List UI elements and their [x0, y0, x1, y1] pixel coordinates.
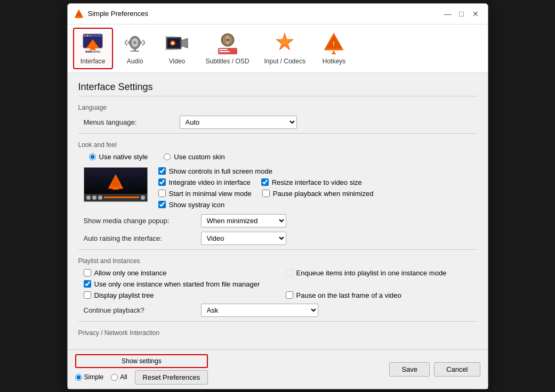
pause-last-frame-checkbox[interactable]: Pause on the last frame of a video: [286, 291, 477, 299]
video-icon: [165, 32, 189, 55]
enqueue-playlist-label: Enqueue items into playlist in one insta…: [296, 269, 447, 277]
vlc-icon: [74, 9, 84, 19]
language-section-content: Menus language: Auto English French Germ…: [78, 116, 477, 129]
svg-rect-27: [165, 49, 167, 50]
input-icon: [273, 32, 296, 55]
continue-playback-select[interactable]: Ask Always Never: [201, 304, 318, 317]
svg-rect-2: [77, 16, 81, 17]
systray-label: Show systray icon: [169, 201, 225, 209]
all-mode-radio[interactable]: All: [111, 373, 127, 381]
svg-rect-38: [219, 49, 228, 50]
menus-language-label: Menus language:: [84, 118, 180, 126]
continue-playback-label: Continue playback?: [84, 306, 196, 314]
svg-rect-26: [165, 36, 167, 37]
menus-language-select[interactable]: Auto English French German Spanish: [180, 116, 297, 129]
save-button[interactable]: Save: [389, 362, 430, 377]
simple-mode-radio[interactable]: Simple: [75, 373, 104, 381]
maximize-button[interactable]: □: [456, 8, 468, 20]
cat-video[interactable]: Video: [157, 28, 197, 69]
style-radio-row: Use native style Use custom skin: [84, 153, 477, 161]
systray-checkbox[interactable]: Show systray icon: [158, 201, 477, 209]
cat-hotkeys[interactable]: ! Hotkeys: [314, 28, 354, 69]
auto-raising-select[interactable]: Video Always Never: [201, 232, 286, 245]
cat-audio[interactable]: Audio: [115, 28, 155, 69]
preview-bar: [84, 194, 147, 201]
language-section: Language Menus language: Auto English Fr…: [78, 104, 477, 129]
settings-mode-radios: Simple All Reset Preferences: [75, 370, 208, 385]
integrate-video-label: Integrate video in interface: [169, 178, 251, 186]
resize-interface-label: Resize interface to video size: [272, 178, 362, 186]
svg-rect-39: [219, 51, 230, 52]
svg-rect-11: [90, 49, 96, 50]
dialog-title: Simple Preferences: [88, 10, 148, 18]
cat-interface-label: Interface: [81, 58, 106, 65]
file-manager-instance-checkbox[interactable]: Use only one instance when started from …: [84, 280, 477, 288]
svg-point-18: [133, 41, 136, 44]
minimize-button[interactable]: —: [442, 8, 454, 20]
resize-interface-checkbox[interactable]: Resize interface to video size: [261, 178, 362, 186]
page-title: Interface Settings: [78, 81, 477, 96]
simple-mode-label: Simple: [84, 373, 104, 381]
cat-input[interactable]: Input / Codecs: [258, 28, 312, 69]
svg-point-15: [90, 51, 92, 52]
playlist-section-content: Allow only one instance Enqueue items in…: [78, 269, 477, 317]
continue-playback-row: Continue playback? Ask Always Never: [84, 304, 477, 317]
minimal-view-checkbox[interactable]: Start in minimal view mode: [158, 190, 252, 198]
cat-input-label: Input / Codecs: [264, 58, 305, 65]
bottom-right: Save Cancel: [389, 362, 480, 377]
interface-preview: [84, 167, 148, 202]
cat-video-label: Video: [169, 58, 185, 65]
enqueue-playlist-checkbox[interactable]: Enqueue items into playlist in one insta…: [286, 269, 477, 277]
custom-skin-label: Use custom skin: [174, 153, 224, 161]
cat-subtitles-label: Subtitles / OSD: [206, 58, 250, 65]
audio-icon: [123, 32, 147, 55]
show-settings-button[interactable]: Show settings: [75, 354, 208, 368]
cancel-button[interactable]: Cancel: [434, 362, 480, 377]
media-change-row: Show media change popup: When minimized …: [84, 214, 477, 227]
native-style-radio[interactable]: Use native style: [89, 153, 148, 161]
svg-rect-10: [91, 48, 95, 49]
svg-rect-28: [168, 36, 171, 37]
look-feel-label: Look and feel: [78, 141, 477, 149]
look-feel-content: Use native style Use custom skin: [78, 153, 477, 245]
display-playlist-checkbox[interactable]: Display playlist tree: [84, 291, 275, 299]
content-area: Interface Settings Language Menus langua…: [68, 73, 488, 349]
svg-rect-50: [112, 189, 119, 190]
one-instance-label: Allow only one instance: [94, 269, 167, 277]
interface-icon: [81, 32, 104, 55]
integrate-video-checkbox[interactable]: Integrate video in interface: [158, 178, 251, 186]
fullscreen-controls-checkbox[interactable]: Show controls in full screen mode: [158, 167, 477, 175]
privacy-section-label: Privacy / Network Interaction: [78, 329, 477, 337]
one-instance-checkbox[interactable]: Allow only one instance: [84, 269, 275, 277]
fullscreen-controls-label: Show controls in full screen mode: [169, 167, 272, 175]
bottom-left: Show settings Simple All Reset Preferenc…: [75, 354, 208, 385]
auto-raising-row: Auto raising the interface: Video Always…: [84, 232, 477, 245]
look-and-feel-section: Look and feel Use native style Use custo…: [78, 141, 477, 245]
file-manager-instance-label: Use only one instance when started from …: [94, 280, 260, 288]
title-buttons: — □ ✕: [442, 8, 481, 20]
reset-preferences-button[interactable]: Reset Preferences: [135, 370, 208, 385]
close-button[interactable]: ✕: [470, 8, 481, 20]
title-bar: Simple Preferences — □ ✕: [68, 4, 488, 24]
hotkeys-icon: !: [322, 32, 345, 55]
bottom-bar: Show settings Simple All Reset Preferenc…: [68, 349, 488, 389]
cat-hotkeys-label: Hotkeys: [323, 58, 345, 65]
svg-point-8: [90, 35, 91, 36]
svg-marker-23: [181, 38, 188, 48]
svg-point-7: [87, 35, 89, 36]
svg-rect-12: [85, 51, 100, 53]
svg-rect-49: [114, 187, 118, 189]
media-change-select[interactable]: When minimized Always Never: [201, 214, 286, 227]
svg-rect-29: [168, 49, 171, 50]
title-bar-left: Simple Preferences: [74, 9, 148, 19]
cat-interface[interactable]: Interface: [73, 28, 113, 69]
simple-preferences-dialog: Simple Preferences — □ ✕: [67, 3, 488, 389]
custom-skin-radio[interactable]: Use custom skin: [164, 153, 224, 161]
svg-rect-45: [332, 53, 336, 54]
pause-minimized-label: Pause playback when minimized: [273, 190, 374, 198]
pause-minimized-checkbox[interactable]: Pause playback when minimized: [262, 190, 374, 198]
preview-section: Show controls in full screen mode Integr…: [84, 167, 477, 209]
cat-subtitles[interactable]: Subtitles / OSD: [199, 28, 256, 69]
svg-rect-30: [172, 36, 174, 37]
category-bar: Interface Audio: [68, 24, 488, 73]
